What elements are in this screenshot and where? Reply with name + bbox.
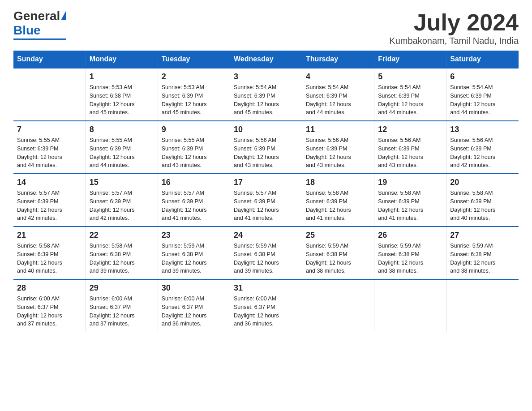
day-info: Sunrise: 5:57 AM Sunset: 6:39 PM Dayligh… bbox=[234, 189, 298, 223]
day-info: Sunrise: 5:59 AM Sunset: 6:38 PM Dayligh… bbox=[450, 242, 515, 275]
day-info: Sunrise: 5:59 AM Sunset: 6:38 PM Dayligh… bbox=[162, 242, 226, 275]
calendar-cell: 29Sunrise: 6:00 AM Sunset: 6:37 PM Dayli… bbox=[86, 279, 158, 332]
day-number: 9 bbox=[162, 125, 226, 134]
day-number: 27 bbox=[450, 231, 515, 240]
day-number: 30 bbox=[162, 283, 226, 293]
calendar-cell: 2Sunrise: 5:53 AM Sunset: 6:39 PM Daylig… bbox=[158, 68, 230, 121]
calendar-cell: 5Sunrise: 5:54 AM Sunset: 6:39 PM Daylig… bbox=[374, 68, 446, 121]
day-info: Sunrise: 6:00 AM Sunset: 6:37 PM Dayligh… bbox=[17, 295, 82, 328]
day-info: Sunrise: 5:55 AM Sunset: 6:39 PM Dayligh… bbox=[17, 136, 82, 170]
calendar-cell: 8Sunrise: 5:55 AM Sunset: 6:39 PM Daylig… bbox=[86, 121, 158, 174]
page-header: General Blue July 2024 Kumbakonam, Tamil… bbox=[13, 9, 519, 46]
title-block: July 2024 Kumbakonam, Tamil Nadu, India bbox=[389, 9, 519, 46]
header-wednesday: Wednesday bbox=[230, 51, 302, 68]
day-info: Sunrise: 6:00 AM Sunset: 6:37 PM Dayligh… bbox=[162, 295, 226, 328]
day-number: 3 bbox=[234, 72, 298, 81]
calendar-cell: 20Sunrise: 5:58 AM Sunset: 6:39 PM Dayli… bbox=[446, 174, 519, 227]
header-thursday: Thursday bbox=[302, 51, 374, 68]
day-info: Sunrise: 5:57 AM Sunset: 6:39 PM Dayligh… bbox=[162, 189, 226, 223]
day-info: Sunrise: 5:58 AM Sunset: 6:39 PM Dayligh… bbox=[378, 189, 442, 223]
day-number: 26 bbox=[378, 231, 442, 240]
day-info: Sunrise: 5:58 AM Sunset: 6:38 PM Dayligh… bbox=[90, 242, 154, 275]
calendar-cell: 12Sunrise: 5:56 AM Sunset: 6:39 PM Dayli… bbox=[374, 121, 446, 174]
day-number: 4 bbox=[306, 72, 370, 81]
calendar-week-row: 1Sunrise: 5:53 AM Sunset: 6:38 PM Daylig… bbox=[13, 68, 519, 121]
day-info: Sunrise: 5:54 AM Sunset: 6:39 PM Dayligh… bbox=[234, 83, 298, 117]
calendar-cell: 18Sunrise: 5:58 AM Sunset: 6:39 PM Dayli… bbox=[302, 174, 374, 227]
calendar-cell: 17Sunrise: 5:57 AM Sunset: 6:39 PM Dayli… bbox=[230, 174, 302, 227]
calendar-cell: 1Sunrise: 5:53 AM Sunset: 6:38 PM Daylig… bbox=[86, 68, 158, 121]
header-tuesday: Tuesday bbox=[158, 51, 230, 68]
calendar-table: SundayMondayTuesdayWednesdayThursdayFrid… bbox=[13, 51, 519, 332]
day-info: Sunrise: 5:58 AM Sunset: 6:39 PM Dayligh… bbox=[306, 189, 370, 223]
logo-general-text: General bbox=[13, 9, 60, 23]
day-info: Sunrise: 5:59 AM Sunset: 6:38 PM Dayligh… bbox=[306, 242, 370, 275]
day-info: Sunrise: 5:55 AM Sunset: 6:39 PM Dayligh… bbox=[90, 136, 154, 170]
day-number: 1 bbox=[90, 72, 154, 81]
day-number: 22 bbox=[90, 231, 154, 240]
header-saturday: Saturday bbox=[446, 51, 519, 68]
day-number: 13 bbox=[450, 125, 515, 134]
day-info: Sunrise: 6:00 AM Sunset: 6:37 PM Dayligh… bbox=[234, 295, 298, 328]
day-number: 14 bbox=[17, 178, 82, 187]
day-number: 11 bbox=[306, 125, 370, 134]
logo: General Blue bbox=[13, 9, 66, 40]
calendar-cell: 21Sunrise: 5:58 AM Sunset: 6:39 PM Dayli… bbox=[13, 227, 86, 279]
day-info: Sunrise: 5:54 AM Sunset: 6:39 PM Dayligh… bbox=[378, 83, 442, 117]
calendar-cell: 7Sunrise: 5:55 AM Sunset: 6:39 PM Daylig… bbox=[13, 121, 86, 174]
calendar-cell: 11Sunrise: 5:56 AM Sunset: 6:39 PM Dayli… bbox=[302, 121, 374, 174]
calendar-week-row: 21Sunrise: 5:58 AM Sunset: 6:39 PM Dayli… bbox=[13, 227, 519, 279]
calendar-cell: 22Sunrise: 5:58 AM Sunset: 6:38 PM Dayli… bbox=[86, 227, 158, 279]
day-number: 28 bbox=[17, 283, 82, 293]
calendar-cell: 9Sunrise: 5:55 AM Sunset: 6:39 PM Daylig… bbox=[158, 121, 230, 174]
day-number: 20 bbox=[450, 178, 515, 187]
logo-blue-text: Blue bbox=[13, 23, 41, 38]
day-info: Sunrise: 5:56 AM Sunset: 6:39 PM Dayligh… bbox=[234, 136, 298, 170]
page-title: July 2024 bbox=[389, 9, 519, 36]
calendar-cell: 25Sunrise: 5:59 AM Sunset: 6:38 PM Dayli… bbox=[302, 227, 374, 279]
header-friday: Friday bbox=[374, 51, 446, 68]
calendar-cell bbox=[13, 68, 86, 121]
calendar-cell: 16Sunrise: 5:57 AM Sunset: 6:39 PM Dayli… bbox=[158, 174, 230, 227]
day-number: 31 bbox=[234, 283, 298, 293]
day-number: 5 bbox=[378, 72, 442, 81]
day-number: 17 bbox=[234, 178, 298, 187]
day-number: 6 bbox=[450, 72, 515, 81]
day-number: 18 bbox=[306, 178, 370, 187]
calendar-cell: 27Sunrise: 5:59 AM Sunset: 6:38 PM Dayli… bbox=[446, 227, 519, 279]
calendar-cell: 30Sunrise: 6:00 AM Sunset: 6:37 PM Dayli… bbox=[158, 279, 230, 332]
day-info: Sunrise: 5:57 AM Sunset: 6:39 PM Dayligh… bbox=[17, 189, 82, 223]
day-info: Sunrise: 5:59 AM Sunset: 6:38 PM Dayligh… bbox=[378, 242, 442, 275]
day-info: Sunrise: 5:53 AM Sunset: 6:39 PM Dayligh… bbox=[162, 83, 226, 117]
calendar-cell bbox=[374, 279, 446, 332]
day-info: Sunrise: 5:56 AM Sunset: 6:39 PM Dayligh… bbox=[306, 136, 370, 170]
header-monday: Monday bbox=[86, 51, 158, 68]
calendar-cell: 10Sunrise: 5:56 AM Sunset: 6:39 PM Dayli… bbox=[230, 121, 302, 174]
logo-triangle-icon bbox=[61, 10, 66, 20]
calendar-cell: 3Sunrise: 5:54 AM Sunset: 6:39 PM Daylig… bbox=[230, 68, 302, 121]
day-info: Sunrise: 5:59 AM Sunset: 6:38 PM Dayligh… bbox=[234, 242, 298, 275]
calendar-cell: 26Sunrise: 5:59 AM Sunset: 6:38 PM Dayli… bbox=[374, 227, 446, 279]
day-info: Sunrise: 5:58 AM Sunset: 6:39 PM Dayligh… bbox=[450, 189, 515, 223]
calendar-cell: 31Sunrise: 6:00 AM Sunset: 6:37 PM Dayli… bbox=[230, 279, 302, 332]
day-number: 21 bbox=[17, 231, 82, 240]
calendar-cell: 23Sunrise: 5:59 AM Sunset: 6:38 PM Dayli… bbox=[158, 227, 230, 279]
calendar-week-row: 7Sunrise: 5:55 AM Sunset: 6:39 PM Daylig… bbox=[13, 121, 519, 174]
calendar-cell bbox=[302, 279, 374, 332]
day-number: 16 bbox=[162, 178, 226, 187]
day-info: Sunrise: 5:55 AM Sunset: 6:39 PM Dayligh… bbox=[162, 136, 226, 170]
calendar-cell: 13Sunrise: 5:56 AM Sunset: 6:39 PM Dayli… bbox=[446, 121, 519, 174]
day-number: 12 bbox=[378, 125, 442, 134]
calendar-cell: 24Sunrise: 5:59 AM Sunset: 6:38 PM Dayli… bbox=[230, 227, 302, 279]
calendar-week-row: 14Sunrise: 5:57 AM Sunset: 6:39 PM Dayli… bbox=[13, 174, 519, 227]
day-number: 25 bbox=[306, 231, 370, 240]
day-info: Sunrise: 5:53 AM Sunset: 6:38 PM Dayligh… bbox=[90, 83, 154, 117]
day-info: Sunrise: 5:56 AM Sunset: 6:39 PM Dayligh… bbox=[378, 136, 442, 170]
day-info: Sunrise: 5:56 AM Sunset: 6:39 PM Dayligh… bbox=[450, 136, 515, 170]
calendar-cell: 14Sunrise: 5:57 AM Sunset: 6:39 PM Dayli… bbox=[13, 174, 86, 227]
calendar-header-row: SundayMondayTuesdayWednesdayThursdayFrid… bbox=[13, 51, 519, 68]
day-info: Sunrise: 5:58 AM Sunset: 6:39 PM Dayligh… bbox=[17, 242, 82, 275]
day-info: Sunrise: 5:54 AM Sunset: 6:39 PM Dayligh… bbox=[306, 83, 370, 117]
day-number: 29 bbox=[90, 283, 154, 293]
header-sunday: Sunday bbox=[13, 51, 86, 68]
